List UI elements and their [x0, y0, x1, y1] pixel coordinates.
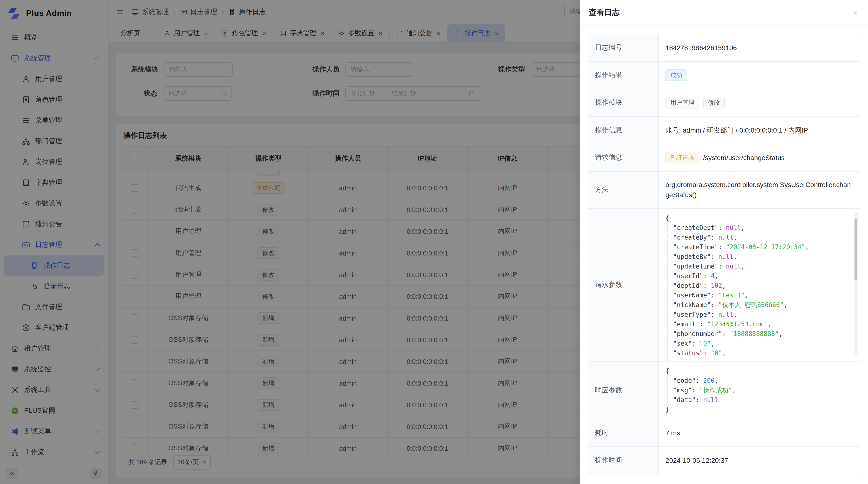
duration-value: 7 ms	[658, 419, 860, 447]
result-badge: 成功	[665, 69, 687, 81]
scrollbar-thumb[interactable]	[855, 218, 858, 280]
request-method-badge: PUT请求	[665, 152, 699, 163]
request-params-json: { "createDept": null, "createBy": null, …	[665, 214, 853, 358]
indent-guide	[668, 376, 668, 402]
app-window: Plus Admin 概览 系统管理 用户管理 角色管理	[0, 0, 868, 484]
drawer-title: 查看日志	[589, 8, 620, 18]
view-log-drawer: 查看日志 日志编号 1842781986426159106 操作结果 成功 操作…	[580, 0, 868, 484]
action-badge: 修改	[703, 97, 725, 108]
log-detail-table: 日志编号 1842781986426159106 操作结果 成功 操作模块 用户…	[588, 34, 860, 474]
operation-time-value: 2024-10-06 12:20:37	[658, 447, 860, 474]
module-badge: 用户管理	[665, 97, 699, 108]
close-drawer-icon[interactable]	[851, 9, 859, 17]
operation-info-value: 账号: admin / 研发部门 / 0:0:0:0:0:0:0:1 / 内网I…	[658, 117, 860, 144]
drawer-header: 查看日志	[580, 0, 868, 26]
scrollbar-track	[854, 212, 858, 358]
indent-guide	[668, 223, 668, 361]
request-params-block: { "createDept": null, "createBy": null, …	[659, 209, 860, 361]
response-params-json: { "code": 200, "msg": "操作成功", "data": nu…	[665, 366, 853, 415]
method-value: org.dromara.system.controller.system.Sys…	[658, 171, 860, 208]
response-params-block: { "code": 200, "msg": "操作成功", "data": nu…	[659, 361, 860, 419]
log-id-value: 1842781986426159106	[658, 34, 860, 61]
request-url: /system/user/changeStatus	[703, 153, 784, 163]
